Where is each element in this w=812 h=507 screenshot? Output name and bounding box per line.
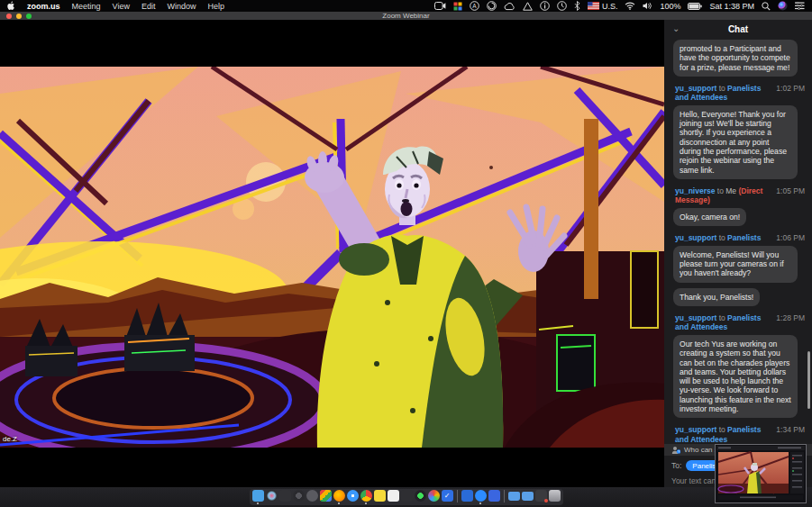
chat-bubble: promoted to a Participant and have the o… — [673, 40, 798, 77]
menu-bar-clock[interactable]: Sat 1:38 PM — [709, 2, 754, 11]
dock-finder[interactable] — [252, 490, 264, 502]
chat-message-list[interactable]: promoted to a Participant and have the o… — [664, 32, 812, 444]
menu-item-help[interactable]: Help — [207, 2, 224, 11]
dock-zoom[interactable] — [475, 490, 487, 502]
chat-message: yu_support to Panelists1:06 PMWelcome, P… — [673, 233, 805, 306]
video-camera-icon[interactable] — [434, 2, 446, 10]
chat-timestamp: 1:28 PM — [776, 313, 805, 323]
input-source-label: U.S. — [602, 2, 618, 11]
chat-message-header: yu_niverse to Me (Direct Message)1:05 PM — [675, 186, 805, 205]
menu-item-meeting[interactable]: Meeting — [72, 2, 101, 11]
window-title: Zoom Webinar — [0, 12, 812, 20]
dock-trash[interactable] — [549, 490, 561, 502]
chat-sender: yu_support — [675, 84, 716, 93]
dock-notes[interactable] — [388, 490, 399, 502]
chat-timestamp: 1:06 PM — [776, 233, 805, 243]
puzzle-icon[interactable] — [453, 2, 462, 11]
chat-to-word: to — [716, 425, 727, 434]
us-flag-icon[interactable]: U.S. — [588, 2, 618, 11]
chat-scrollbar[interactable] — [807, 351, 810, 409]
dock-stack[interactable] — [535, 490, 547, 502]
who-can-see-icon: ? — [671, 446, 680, 455]
chat-sender: yu_niverse — [675, 186, 715, 195]
chat-message: promoted to a Participant and have the o… — [673, 40, 805, 77]
dock-spotify[interactable] — [415, 490, 426, 502]
wifi-icon[interactable] — [625, 2, 635, 10]
apple-menu-icon[interactable] — [7, 1, 15, 11]
floating-video-thumbnail[interactable] — [715, 444, 807, 507]
participant-name-label: de.Z — [3, 435, 17, 443]
desktop-screen: zoom.us Meeting View Edit Window Help A — [0, 0, 812, 507]
menu-item-view[interactable]: View — [113, 2, 130, 11]
dock-chrome[interactable] — [360, 490, 372, 502]
svg-text:A: A — [472, 3, 477, 9]
swirl-icon[interactable] — [487, 1, 497, 11]
cloud-icon[interactable] — [504, 2, 515, 11]
dock-terminal[interactable] — [279, 490, 291, 502]
chat-bubble: Welcome, Panelists! Will you please turn… — [673, 246, 798, 283]
chat-message: yu_support to Panelists and Attendees1:2… — [673, 313, 805, 418]
svg-text:?: ? — [678, 450, 680, 454]
menu-bar: zoom.us Meeting View Edit Window Help A — [0, 0, 812, 12]
desktop-strip: ✓ — [0, 487, 812, 507]
info-icon[interactable] — [540, 1, 550, 11]
chat-recipient: Panelists — [727, 233, 761, 242]
chat-to-word: to — [716, 84, 727, 93]
chat-message-header: yu_support to Panelists and Attendees1:0… — [675, 84, 805, 103]
dock-media-app[interactable] — [293, 490, 305, 502]
chat-message-header: yu_support to Panelists1:06 PM — [675, 233, 805, 243]
chat-bubble: Okay, camera on! — [673, 208, 746, 226]
zoom-window-body: de.Z ⌄ Chat promoted to a Participant an… — [0, 20, 812, 487]
chat-message: yu_support to Panelists and Attendees1:3… — [673, 425, 805, 444]
chat-bubble: Our tech Yus are working on creating a s… — [673, 335, 798, 418]
bluetooth-icon[interactable] — [574, 1, 580, 11]
chat-message: yu_support to Panelists and Attendees1:0… — [673, 84, 805, 179]
dock-reminders[interactable]: ✓ — [442, 490, 453, 502]
chat-bubble: Hello, Everyone! Thank you for joining u… — [673, 105, 798, 179]
dock-folder-1[interactable] — [508, 492, 520, 501]
chat-to-word: to — [715, 186, 725, 195]
webinar-video-frame — [0, 67, 664, 448]
battery-percent-label: 100% — [660, 2, 680, 11]
dock-firefox[interactable] — [333, 490, 345, 502]
battery-icon[interactable] — [688, 3, 702, 10]
dock-separator — [457, 490, 458, 502]
menu-item-app[interactable]: zoom.us — [27, 2, 60, 11]
chat-message: yu_niverse to Me (Direct Message)1:05 PM… — [673, 186, 805, 226]
chat-to-word: to — [716, 233, 727, 242]
dock: ✓ — [250, 489, 563, 505]
webinar-video-pane: de.Z — [0, 20, 664, 487]
triangle-icon[interactable] — [523, 2, 533, 11]
chat-recipient: Me — [725, 186, 736, 195]
chat-sender: yu_support — [675, 425, 716, 434]
volume-icon[interactable] — [643, 2, 652, 10]
search-icon[interactable] — [762, 2, 771, 11]
siri-icon[interactable] — [778, 1, 788, 11]
dock-utility-app[interactable] — [306, 490, 318, 502]
dock-color-wheel-app[interactable] — [428, 490, 440, 502]
chat-sender: yu_support — [675, 233, 716, 242]
to-label: To: — [671, 461, 681, 470]
dock-photos[interactable] — [266, 490, 278, 502]
menu-item-window[interactable]: Window — [167, 2, 196, 11]
dock-stickies[interactable] — [374, 490, 386, 502]
menu-item-edit[interactable]: Edit — [141, 2, 156, 11]
chat-panel: ⌄ Chat promoted to a Participant and hav… — [664, 20, 812, 487]
chat-timestamp: 1:02 PM — [776, 84, 805, 94]
chat-sender: yu_support — [675, 313, 716, 322]
dock-launchpad[interactable] — [320, 490, 332, 502]
clock-icon[interactable] — [557, 1, 567, 11]
dock-docs-app[interactable] — [461, 490, 473, 502]
dock-video-app[interactable] — [488, 490, 500, 502]
chat-timestamp: 1:34 PM — [776, 425, 805, 435]
dock-dark-app[interactable] — [401, 490, 413, 502]
chat-message-header: yu_support to Panelists and Attendees1:3… — [675, 425, 805, 444]
dock-safari[interactable] — [347, 490, 359, 502]
chat-bubble: Thank you, Panelists! — [673, 288, 760, 306]
circle-a-icon[interactable]: A — [470, 1, 479, 11]
zoom-window-titlebar[interactable]: Zoom Webinar — [0, 12, 812, 20]
dock-separator — [504, 490, 505, 502]
chat-to-word: to — [716, 313, 727, 322]
control-center-icon[interactable] — [795, 2, 805, 10]
dock-folder-2[interactable] — [522, 492, 534, 501]
